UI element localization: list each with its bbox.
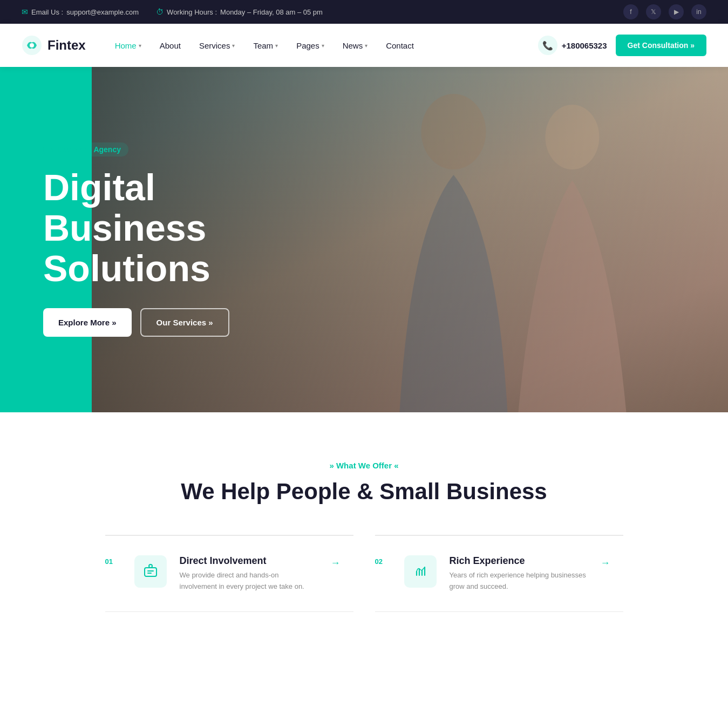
- email-item: ✉ Email Us : support@example.com: [22, 8, 139, 16]
- service-info-1: Direct Involvement We provide direct and…: [180, 555, 318, 593]
- svg-rect-4: [145, 568, 157, 576]
- hero-title-line1: Digital Business: [43, 167, 206, 248]
- email-icon: ✉: [22, 8, 28, 16]
- service-num-2: 02: [375, 555, 391, 566]
- section-title: We Help People & Small Business: [32, 479, 696, 505]
- svg-point-5: [149, 564, 152, 568]
- nav-home-chevron: ▾: [139, 43, 141, 49]
- consultation-button[interactable]: Get Consultation »: [616, 35, 706, 56]
- service-desc-2: Years of rich experience helping busines…: [450, 570, 588, 593]
- section-tag: » What We Offer «: [329, 461, 398, 470]
- nav-about-label: About: [160, 41, 181, 50]
- nav-news-chevron: ▾: [365, 43, 368, 49]
- service-arrow-1[interactable]: →: [331, 555, 341, 569]
- nav-pages[interactable]: Pages ▾: [289, 37, 332, 55]
- twitter-icon[interactable]: 𝕏: [646, 4, 661, 19]
- nav-news[interactable]: News ▾: [335, 37, 376, 55]
- service-title-1: Direct Involvement: [180, 555, 318, 567]
- service-card-1: 01 Direct Involvement We provide direct …: [105, 535, 353, 612]
- nav-services[interactable]: Services ▾: [192, 37, 243, 55]
- top-bar-left: ✉ Email Us : support@example.com ⏱ Worki…: [22, 8, 323, 16]
- service-desc-1: We provide direct and hands-on involveme…: [180, 570, 318, 593]
- email-value: support@example.com: [66, 8, 139, 16]
- service-title-2: Rich Experience: [450, 555, 588, 567]
- hero-section: » Business Agency Digital Business Solut…: [0, 67, 728, 412]
- nav-team[interactable]: Team ▾: [246, 37, 285, 55]
- service-info-2: Rich Experience Years of rich experience…: [450, 555, 588, 593]
- top-bar: ✉ Email Us : support@example.com ⏱ Worki…: [0, 0, 728, 24]
- badge-text: Business Agency: [58, 145, 121, 154]
- badge-arrow: »: [51, 145, 55, 154]
- services-section: » What We Offer « We Help People & Small…: [0, 412, 728, 644]
- nav-home[interactable]: Home ▾: [107, 37, 149, 55]
- service-cards: 01 Direct Involvement We provide direct …: [105, 535, 623, 612]
- explore-more-button[interactable]: Explore More »: [43, 308, 132, 337]
- navbar: Fintex Home ▾ About Services ▾ Team ▾ Pa…: [0, 24, 728, 67]
- instagram-icon[interactable]: in: [691, 4, 706, 19]
- facebook-icon[interactable]: f: [623, 4, 638, 19]
- nav-contact[interactable]: Contact: [378, 37, 421, 55]
- phone-icon: 📞: [538, 36, 557, 55]
- logo-text: Fintex: [47, 38, 86, 53]
- service-num-1: 01: [105, 555, 121, 566]
- nav-team-chevron: ▾: [275, 43, 278, 49]
- hero-badge: » Business Agency: [43, 142, 128, 157]
- hours-label: Working Hours :: [167, 8, 217, 16]
- nav-right: 📞 +180065323 Get Consultation »: [538, 35, 706, 56]
- service-arrow-2[interactable]: →: [601, 555, 610, 569]
- logo[interactable]: Fintex: [22, 35, 86, 56]
- hours-value: Monday – Friday, 08 am – 05 pm: [220, 8, 323, 16]
- svg-point-1: [30, 43, 34, 47]
- phone-nav[interactable]: 📞 +180065323: [538, 36, 607, 55]
- service-icon-2: [404, 555, 437, 588]
- hours-item: ⏱ Working Hours : Monday – Friday, 08 am…: [156, 8, 323, 16]
- logo-icon: [22, 35, 42, 56]
- nav-services-label: Services: [199, 41, 230, 50]
- nav-services-chevron: ▾: [232, 43, 235, 49]
- nav-news-label: News: [343, 41, 363, 50]
- clock-icon: ⏱: [156, 8, 164, 16]
- hero-title-line2: Solutions: [43, 248, 210, 289]
- nav-team-label: Team: [253, 41, 273, 50]
- nav-pages-chevron: ▾: [322, 43, 324, 49]
- social-links: f 𝕏 ▶ in: [623, 4, 706, 19]
- hero-buttons: Explore More » Our Services »: [43, 308, 313, 337]
- our-services-button[interactable]: Our Services »: [140, 308, 229, 337]
- service-card-2: 02 Rich Experience Years of rich experie…: [375, 535, 623, 612]
- nav-links: Home ▾ About Services ▾ Team ▾ Pages ▾ N…: [107, 37, 538, 55]
- phone-number: +180065323: [562, 41, 607, 50]
- nav-pages-label: Pages: [296, 41, 319, 50]
- nav-contact-label: Contact: [386, 41, 414, 50]
- hero-title: Digital Business Solutions: [43, 167, 313, 288]
- nav-about[interactable]: About: [152, 37, 188, 55]
- hero-content: » Business Agency Digital Business Solut…: [0, 99, 345, 379]
- youtube-icon[interactable]: ▶: [669, 4, 684, 19]
- service-icon-1: [134, 555, 167, 588]
- email-label: Email Us :: [31, 8, 63, 16]
- nav-home-label: Home: [115, 41, 137, 50]
